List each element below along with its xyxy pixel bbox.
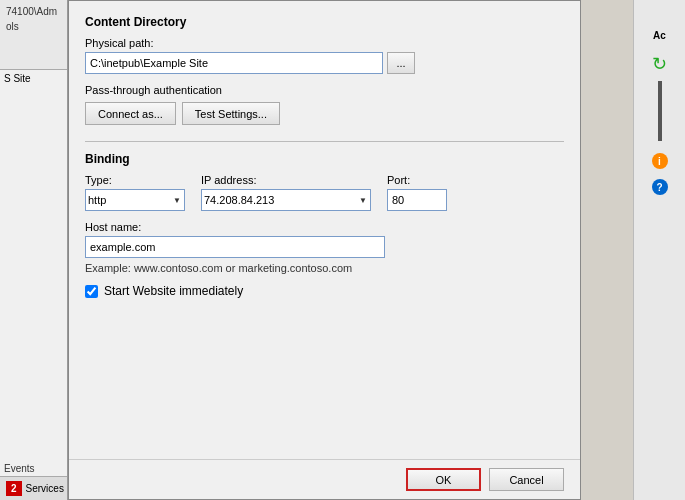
test-settings-button[interactable]: Test Settings... xyxy=(182,102,280,125)
refresh-icon: ↻ xyxy=(652,53,668,69)
ip-select-wrapper: 74.208.84.213 All Unassigned xyxy=(201,189,371,211)
hostname-example: Example: www.contoso.com or marketing.co… xyxy=(85,262,564,274)
right-panel: Ac ↻ i ? xyxy=(633,0,685,500)
hostname-label: Host name: xyxy=(85,221,564,233)
auth-button-row: Connect as... Test Settings... xyxy=(85,102,564,125)
port-field: Port: xyxy=(387,174,447,211)
content-directory-section-label: Content Directory xyxy=(85,15,564,29)
ok-button[interactable]: OK xyxy=(406,468,481,491)
type-select-wrapper: http https xyxy=(85,189,185,211)
section-divider xyxy=(85,141,564,142)
dialog-body: Content Directory Physical path: ... Pas… xyxy=(69,1,580,459)
left-panel-top: 74100\Adm ols xyxy=(0,0,67,70)
start-immediately-row: Start Website immediately xyxy=(85,284,564,298)
start-immediately-label[interactable]: Start Website immediately xyxy=(104,284,243,298)
binding-section-label: Binding xyxy=(85,152,564,166)
actions-label: Ac xyxy=(653,30,666,41)
pass-through-label: Pass-through authentication xyxy=(85,84,564,96)
help-button[interactable]: ? xyxy=(650,177,670,197)
events-label: Events xyxy=(0,461,67,476)
tab-label: Services xyxy=(26,483,64,494)
sidebar-item-site[interactable]: S Site xyxy=(0,70,67,87)
physical-path-label: Physical path: xyxy=(85,37,564,49)
ip-select[interactable]: 74.208.84.213 All Unassigned xyxy=(201,189,371,211)
port-input[interactable] xyxy=(387,189,447,211)
type-field: Type: http https xyxy=(85,174,185,211)
physical-path-input[interactable] xyxy=(85,52,383,74)
start-immediately-checkbox[interactable] xyxy=(85,285,98,298)
info-button[interactable]: i xyxy=(650,151,670,171)
services-tab[interactable]: 2 Services xyxy=(0,476,67,500)
left-panel: 74100\Adm ols S Site Events 2 Services xyxy=(0,0,68,500)
vertical-bar xyxy=(658,81,662,141)
ip-field: IP address: 74.208.84.213 All Unassigned xyxy=(201,174,371,211)
left-panel-path2: ols xyxy=(4,19,63,34)
refresh-button[interactable]: ↻ xyxy=(650,51,670,71)
type-label: Type: xyxy=(85,174,185,186)
tab-number: 2 xyxy=(6,481,22,496)
binding-top-row: Type: http https IP address: 74.208.84.2… xyxy=(85,174,564,211)
browse-button[interactable]: ... xyxy=(387,52,415,74)
dialog-footer: OK Cancel xyxy=(69,459,580,499)
port-label: Port: xyxy=(387,174,447,186)
info-icon: i xyxy=(652,153,668,169)
hostname-input[interactable] xyxy=(85,236,385,258)
type-select[interactable]: http https xyxy=(85,189,185,211)
dialog-overlay: Content Directory Physical path: ... Pas… xyxy=(68,0,633,500)
left-panel-path: 74100\Adm xyxy=(4,4,63,19)
cancel-button[interactable]: Cancel xyxy=(489,468,564,491)
help-icon: ? xyxy=(652,179,668,195)
main-dialog: Content Directory Physical path: ... Pas… xyxy=(68,0,581,500)
physical-path-row: ... xyxy=(85,52,564,74)
connect-as-button[interactable]: Connect as... xyxy=(85,102,176,125)
ip-label: IP address: xyxy=(201,174,371,186)
